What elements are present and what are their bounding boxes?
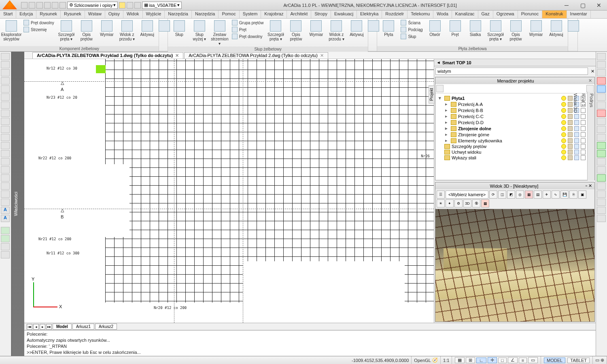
join-tool-icon[interactable] (597, 166, 606, 174)
visibility-icon[interactable] (561, 102, 566, 107)
ribbon-btn-pręt-dowolny[interactable]: Pręt dowolny (22, 19, 56, 26)
lock-icon[interactable] (568, 138, 573, 143)
lock-icon[interactable] (568, 126, 573, 131)
tree-item[interactable]: ▸Przekrój D-D (437, 119, 586, 125)
expand-icon[interactable]: ▸ (445, 120, 449, 125)
fillet-tool-icon[interactable] (597, 142, 606, 149)
trace-tool-icon[interactable] (1, 190, 10, 198)
ribbon-btn-opis[interactable]: Opisprętów (77, 19, 96, 42)
hatch-tool-icon[interactable] (1, 134, 10, 141)
ribbon-tab-stropy[interactable]: Stropy (311, 11, 331, 18)
wipeout-tool-icon[interactable] (1, 158, 10, 165)
project-side-tab[interactable]: Projekt (429, 85, 435, 104)
qat-undo-icon[interactable] (52, 2, 58, 8)
ribbon-btn-wymiar[interactable]: Wymiar (306, 19, 326, 38)
visibility-icon[interactable] (561, 126, 566, 131)
lock-icon[interactable] (568, 150, 573, 154)
ribbon-btn-grupa-prętów[interactable]: Grupa prętów (230, 19, 265, 26)
snap-toggle-2[interactable]: ⊞ (466, 357, 475, 363)
sheet-nav-last[interactable]: ⏭ (46, 324, 52, 330)
copy-tool-icon[interactable] (597, 61, 606, 68)
ribbon-btn-aktywuj[interactable]: Aktywuj (547, 19, 566, 38)
panel-close-icon[interactable]: ✕ (588, 78, 592, 83)
ribbon-tab-ogrzewa[interactable]: Ogrzewa (493, 11, 518, 18)
tab-close-icon[interactable]: ✕ (320, 53, 324, 58)
view3d-cube1-icon[interactable]: ◫ (498, 190, 506, 199)
ribbon-tab-rozdzielr[interactable]: Rozdzielr (382, 11, 407, 18)
ribbon-tab-edycja[interactable]: Edycja (16, 11, 36, 18)
line-tool-icon[interactable] (1, 53, 10, 60)
array-tool-icon[interactable] (597, 102, 606, 109)
ribbon-btn-siatka[interactable]: Siatka (466, 19, 485, 38)
camera-select[interactable]: <Wybierz kamerę> (446, 190, 488, 199)
visibility-icon[interactable] (561, 155, 566, 160)
tree-item[interactable]: ▸Elementy użytkownika (437, 138, 586, 144)
sheet-nav-next[interactable]: ▸ (40, 324, 45, 330)
ribbon-btn-płyta[interactable]: Płyta (379, 19, 398, 38)
side-tab-widok3d[interactable]: Widok 3D (573, 93, 578, 179)
explode-tool-icon[interactable] (597, 174, 606, 182)
qat-save-icon[interactable] (36, 2, 43, 8)
ribbon-btn-aktywuj[interactable]: Aktywuj (138, 19, 157, 38)
ribbon-tab-ewakuacj[interactable]: Ewakuacj (331, 11, 357, 18)
ribbon-tab-opisy[interactable]: Opisy (105, 11, 123, 18)
ribbon-btn-aktywuj[interactable]: Aktywuj (347, 19, 366, 38)
drawing-tab[interactable]: ArCADia-PLYTA ZELBETOWA Przyklad 1.dwg (… (32, 52, 183, 59)
align-tool-icon[interactable] (597, 182, 606, 190)
tree-item[interactable]: Wykazy stali (437, 155, 586, 161)
stretch-tool-icon[interactable] (597, 126, 606, 133)
view3d-copy-icon[interactable]: ⎘ (569, 190, 577, 199)
ribbon-btn-widok-z[interactable]: Widok zprzodu ▾ (327, 19, 346, 42)
ribbon-btn-otwór[interactable]: Otwór (425, 19, 445, 38)
point-tool-icon[interactable] (1, 110, 10, 117)
visibility-icon[interactable] (561, 132, 566, 137)
ribbon-tab-telekomu[interactable]: Telekomu (407, 11, 433, 18)
chamfer-tool-icon[interactable] (597, 150, 606, 157)
break-tool-icon[interactable] (597, 158, 606, 165)
trim-tool-icon[interactable] (597, 110, 606, 117)
pan-tool-icon[interactable] (1, 243, 10, 250)
ribbon-btn-eksplorator[interactable]: Eksploratorskryptów (2, 19, 21, 42)
ribbon-btn-szczegół[interactable]: Szczegółpręta ▾ (57, 19, 76, 42)
qat-open-icon[interactable] (29, 2, 35, 8)
ribbon-tab-pomoc[interactable]: Pomoc (219, 11, 239, 18)
ribbon-btn-ściana[interactable]: Ściana (399, 19, 424, 26)
expand-icon[interactable]: ▸ (445, 132, 449, 137)
ribbon-overflow-icon[interactable] (570, 19, 577, 32)
view3d-fx-icon[interactable]: ✦ (446, 199, 454, 207)
ribbon-btn-opis[interactable]: Opisprętów (286, 19, 306, 42)
edit-poly-tool-icon[interactable] (597, 199, 606, 206)
drawing-tab[interactable]: ArCADia-PLYTA ZELBETOWA Przyklad 2.dwg (… (184, 52, 328, 59)
model-toggle[interactable]: MODEL (544, 358, 565, 363)
drawing-canvas[interactable]: Nr12 #12 co 30 Nr23 #12 co 20 Nr22 #12 c… (24, 59, 434, 323)
tree-item[interactable]: ▸Przekrój A-A (437, 101, 586, 107)
view3d-cam-icon[interactable]: ⦿ (472, 199, 480, 207)
otrack-toggle[interactable]: ∠ (508, 357, 518, 363)
tab-close-icon[interactable]: ✕ (175, 53, 179, 58)
ribbon-tab-narzędzia[interactable]: Narzędzia (192, 11, 219, 18)
scale-tool-icon[interactable] (597, 134, 606, 141)
zoom-tool-icon[interactable] (1, 251, 10, 258)
view3d-cube2-icon[interactable]: ◩ (507, 190, 515, 199)
ribbon-overflow-icon[interactable] (370, 19, 377, 32)
tree-item[interactable]: ▸Przekrój B-B (437, 107, 586, 113)
style-combo[interactable]: ▦ isa_V50A7BE ▾ (142, 2, 182, 9)
project-tree[interactable]: ▾Płyta1▸Przekrój A-A▸Przekrój B-B▸Przekr… (435, 93, 587, 180)
ribbon-tab-woda[interactable]: Woda (433, 11, 452, 18)
ribbon-tab-start[interactable]: Start (0, 11, 16, 18)
tree-item[interactable]: ▾Płyta1 (437, 95, 586, 101)
qat-misc-icon[interactable] (134, 2, 141, 8)
lock-icon[interactable] (568, 155, 573, 160)
ribbon-btn-zestaw[interactable]: Zestawstrzemion ▾ (210, 19, 229, 47)
polygon-tool-icon[interactable] (1, 126, 10, 133)
sheet-tab-model[interactable]: Model (53, 324, 72, 330)
ribbon-tab-inwentar[interactable]: Inwentar (567, 11, 591, 18)
tablet-toggle[interactable]: TABLET (567, 358, 590, 363)
lock-icon[interactable] (568, 114, 573, 119)
visibility-icon[interactable] (561, 150, 566, 154)
command-line[interactable]: Polecenie: Automatyczny zapis otwartych … (24, 330, 596, 356)
move-tool-icon[interactable] (597, 53, 606, 60)
lwt-toggle[interactable]: ≡ (519, 358, 527, 363)
ribbon-tab-piorunoc[interactable]: Piorunoc (518, 11, 542, 18)
ribbon-tab-elektryka[interactable]: Elektryka (357, 11, 382, 18)
